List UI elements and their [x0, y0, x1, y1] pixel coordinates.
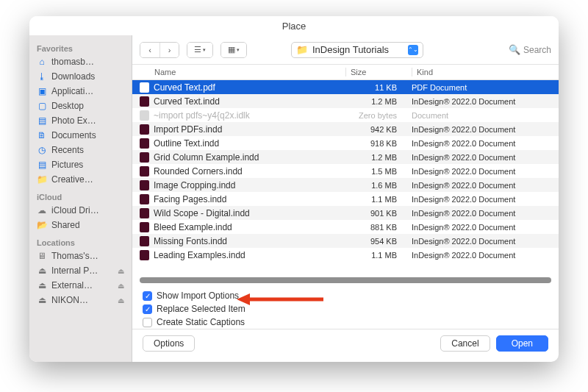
download-icon: ⭳ [37, 71, 47, 82]
back-button[interactable]: ‹ [140, 43, 159, 57]
file-name: Facing Pages.indd [154, 194, 226, 204]
forward-button[interactable]: › [159, 43, 179, 57]
file-row[interactable]: Outline Text.indd918 KBInDesign® 2022.0 … [132, 136, 559, 150]
path-popup[interactable]: 📁 InDesign Tutorials ⌃⌄ [291, 42, 423, 58]
file-row[interactable]: Leading Examples.indd1.1 MBInDesign® 202… [132, 248, 559, 262]
file-row[interactable]: Image Cropping.indd1.6 MBInDesign® 2022.… [132, 178, 559, 192]
options-button[interactable]: Options [143, 335, 195, 352]
file-size: 1.2 MB [345, 153, 412, 162]
col-name[interactable]: Name [154, 68, 345, 76]
view-list-button[interactable]: ☰ ▾ [187, 42, 213, 58]
sidebar-item[interactable]: ▤Photo Ex… [29, 113, 132, 128]
file-row[interactable]: Import PDFs.indd942 KBInDesign® 2022.0 D… [132, 122, 559, 136]
file-kind: InDesign® 2022.0 Document [412, 251, 559, 260]
home-icon: ⌂ [37, 57, 47, 67]
sidebar-item-label: External… [51, 280, 113, 291]
sidebar-item[interactable]: ◷Recents [29, 143, 132, 157]
nav-buttons: ‹ › [140, 42, 179, 58]
eject-icon[interactable]: ⏏ [118, 282, 124, 290]
sidebar: Favorites⌂thomasb…⭳Downloads▣Applicati…▢… [29, 35, 132, 362]
sidebar-section: Favorites [29, 38, 132, 54]
sidebar-item-label: Shared [51, 220, 124, 230]
file-size: 918 KB [345, 139, 412, 148]
file-kind: InDesign® 2022.0 Document [412, 195, 559, 204]
file-size: Zero bytes [345, 111, 412, 120]
file-type-icon [140, 194, 149, 204]
file-kind: InDesign® 2022.0 Document [412, 237, 559, 246]
checkbox-icon [143, 318, 152, 327]
disk-icon: ⏏ [37, 266, 47, 276]
file-row[interactable]: Bleed Example.indd881 KBInDesign® 2022.0… [132, 220, 559, 234]
titlebar: Place [29, 16, 559, 35]
eject-icon[interactable]: ⏏ [118, 296, 124, 304]
file-row[interactable]: Wild Scope - Digital.indd901 KBInDesign®… [132, 206, 559, 220]
file-name: Import PDFs.indd [154, 124, 222, 135]
disk-icon: ⏏ [37, 295, 47, 305]
file-name: Bleed Example.indd [154, 222, 232, 232]
clock-icon: ◷ [37, 145, 47, 155]
main-panel: ‹ › ☰ ▾ ▦ ▾ 📁 InDesign Tutorials ⌃⌄ 🔍 Se… [132, 35, 559, 362]
file-row[interactable]: ~import pdfs~y4{q2x.idlkZero bytesDocume… [132, 108, 559, 122]
file-name: Wild Scope - Digital.indd [154, 208, 250, 218]
sidebar-item-label: Photo Ex… [51, 115, 124, 126]
file-name: Curved Text.indd [154, 96, 220, 107]
opt-static-captions[interactable]: Create Static Captions [143, 316, 548, 329]
sidebar-item[interactable]: ⏏External…⏏ [29, 278, 132, 293]
view-grid-button[interactable]: ▦ ▾ [220, 42, 247, 58]
col-size[interactable]: Size [345, 68, 412, 76]
horizontal-scrollbar[interactable] [140, 277, 551, 283]
file-kind: InDesign® 2022.0 Document [412, 167, 559, 176]
sidebar-item[interactable]: ▤Pictures [29, 157, 132, 172]
sidebar-item-label: Internal P… [51, 266, 113, 276]
cancel-button[interactable]: Cancel [440, 335, 490, 352]
sidebar-item[interactable]: ▢Desktop [29, 99, 132, 113]
file-type-icon [140, 110, 149, 121]
file-type-icon [140, 222, 149, 232]
col-kind[interactable]: Kind [412, 68, 559, 76]
disk-icon: ⏏ [37, 280, 47, 291]
search-field[interactable]: 🔍 Search [509, 44, 551, 55]
file-row[interactable]: Curved Text.pdf11 KBPDF Document [132, 80, 559, 94]
sidebar-item[interactable]: 🖥Thomas's… [29, 249, 132, 263]
file-size: 1.1 MB [345, 251, 412, 260]
file-name: ~import pdfs~y4{q2x.idlk [154, 110, 250, 121]
sidebar-section: Locations [29, 232, 132, 249]
file-type-icon [140, 124, 149, 135]
file-kind: InDesign® 2022.0 Document [412, 223, 559, 232]
sidebar-item[interactable]: 📂Shared [29, 218, 132, 232]
toolbar: ‹ › ☰ ▾ ▦ ▾ 📁 InDesign Tutorials ⌃⌄ 🔍 Se… [132, 35, 559, 65]
sidebar-item[interactable]: ▣Applicati… [29, 84, 132, 99]
sidebar-item-label: thomasb… [51, 57, 124, 67]
folder-icon: 📁 [37, 174, 47, 185]
sidebar-item[interactable]: ⏏NIKON…⏏ [29, 293, 132, 307]
sidebar-item[interactable]: ⭳Downloads [29, 69, 132, 84]
file-size: 881 KB [345, 223, 412, 232]
sidebar-item[interactable]: ☁iCloud Dri… [29, 203, 132, 218]
column-headers: Name Size Kind [132, 65, 559, 80]
sidebar-item[interactable]: 📁Creative… [29, 172, 132, 187]
sidebar-item[interactable]: ⌂thomasb… [29, 54, 132, 69]
eject-icon[interactable]: ⏏ [118, 267, 124, 275]
file-type-icon [140, 166, 149, 177]
file-row[interactable]: Missing Fonts.indd954 KBInDesign® 2022.0… [132, 234, 559, 248]
opt-show-import[interactable]: ✓ Show Import Options [143, 289, 548, 302]
opt-replace-selected[interactable]: ✓ Replace Selected Item [143, 302, 548, 316]
file-row[interactable]: Facing Pages.indd1.1 MBInDesign® 2022.0 … [132, 192, 559, 206]
file-size: 1.1 MB [345, 195, 412, 204]
place-dialog: Place Favorites⌂thomasb…⭳Downloads▣Appli… [29, 16, 559, 362]
sidebar-item-label: Desktop [51, 101, 124, 111]
doc-icon: 🗎 [37, 130, 47, 140]
desktop-icon: ▢ [37, 101, 47, 111]
file-type-icon [140, 82, 149, 93]
open-button[interactable]: Open [496, 335, 548, 352]
file-kind: Document [412, 111, 559, 120]
file-row[interactable]: Grid Column Example.indd1.2 MBInDesign® … [132, 150, 559, 164]
file-row[interactable]: Curved Text.indd1.2 MBInDesign® 2022.0 D… [132, 94, 559, 108]
sidebar-item[interactable]: ⏏Internal P…⏏ [29, 263, 132, 278]
search-icon: 🔍 [509, 44, 520, 55]
file-row[interactable]: Rounded Corners.indd1.5 MBInDesign® 2022… [132, 164, 559, 178]
search-placeholder: Search [523, 45, 551, 55]
sidebar-item[interactable]: 🗎Documents [29, 128, 132, 143]
sidebar-item-label: Pictures [51, 160, 124, 170]
file-type-icon [140, 236, 149, 246]
